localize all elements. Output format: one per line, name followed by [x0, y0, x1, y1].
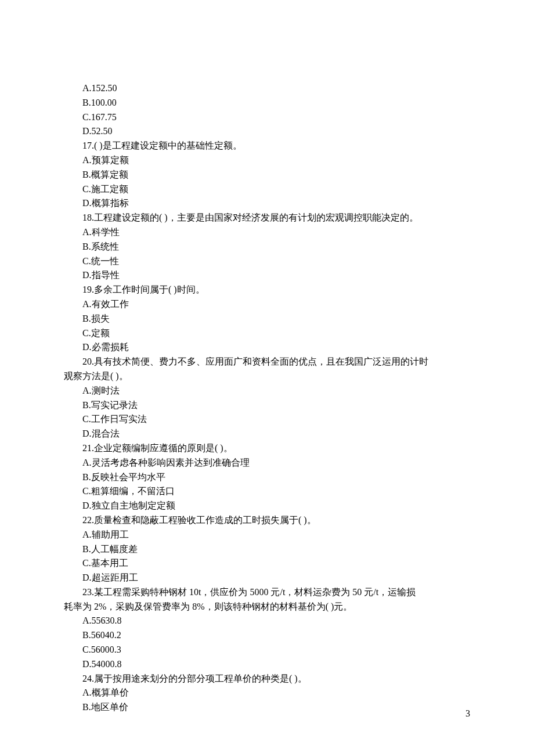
q20-stem-line2: 观察方法是( )。 [64, 369, 470, 384]
q21-option-b: B.反映社会平均水平 [64, 470, 470, 485]
q17-option-b: B.概算定额 [64, 168, 470, 182]
q23-option-d: D.54000.8 [64, 657, 470, 672]
q18-option-a: A.科学性 [64, 225, 470, 240]
q22-option-b: B.人工幅度差 [64, 542, 470, 557]
q24-stem: 24.属于按用途来划分的分部分项工程单价的种类是( )。 [64, 672, 470, 686]
q21-option-d: D.独立自主地制定定额 [64, 499, 470, 513]
q16-option-a: A.152.50 [64, 81, 470, 96]
body-text: A.152.50 B.100.00 C.167.75 D.52.50 17.( … [64, 81, 470, 715]
q22-option-d: D.超运距用工 [64, 571, 470, 585]
q20-stem-line1: 20.具有技术简便、费力不多、应用面广和资料全面的优点，且在我国广泛运用的计时 [64, 355, 470, 369]
q18-option-c: C.统一性 [64, 254, 470, 269]
q20-option-d: D.混合法 [64, 427, 470, 441]
q22-stem: 22.质量检查和隐蔽工程验收工作造成的工时损失属于( )。 [64, 513, 470, 528]
q21-option-a: A.灵活考虑各种影响因素并达到准确合理 [64, 456, 470, 470]
q21-stem: 21.企业定额编制应遵循的原则是( )。 [64, 441, 470, 456]
q17-stem: 17.( )是工程建设定额中的基础性定额。 [64, 139, 470, 153]
q20-option-a: A.测时法 [64, 384, 470, 398]
q17-option-d: D.概算指标 [64, 196, 470, 211]
page-number: 3 [466, 707, 470, 721]
page: A.152.50 B.100.00 C.167.75 D.52.50 17.( … [0, 0, 534, 756]
q23-option-a: A.55630.8 [64, 614, 470, 628]
q19-option-b: B.损失 [64, 312, 470, 326]
q19-option-d: D.必需损耗 [64, 340, 470, 355]
q18-option-b: B.系统性 [64, 240, 470, 254]
q23-option-b: B.56040.2 [64, 628, 470, 643]
q16-option-b: B.100.00 [64, 96, 470, 110]
q20-option-b: B.写实记录法 [64, 398, 470, 413]
q21-option-c: C.粗算细编，不留活口 [64, 484, 470, 499]
q16-option-d: D.52.50 [64, 124, 470, 139]
q22-option-c: C.基本用工 [64, 556, 470, 571]
q22-option-a: A.辅助用工 [64, 528, 470, 542]
q23-option-c: C.56000.3 [64, 643, 470, 657]
q19-option-a: A.有效工作 [64, 297, 470, 312]
q19-stem: 19.多余工作时间属于( )时间。 [64, 283, 470, 297]
q19-option-c: C.定额 [64, 326, 470, 341]
q18-stem: 18.工程建设定额的( )，主要是由国家对经济发展的有计划的宏观调控职能决定的。 [64, 211, 470, 225]
q17-option-a: A.预算定额 [64, 153, 470, 168]
q24-option-a: A.概算单价 [64, 686, 470, 700]
q24-option-b: B.地区单价 [64, 700, 470, 715]
q16-option-c: C.167.75 [64, 110, 470, 125]
q17-option-c: C.施工定额 [64, 182, 470, 197]
q23-stem-line2: 耗率为 2%，采购及保管费率为 8%，则该特种钢材的材料基价为( )元。 [64, 600, 470, 614]
q18-option-d: D.指导性 [64, 268, 470, 283]
q20-option-c: C.工作日写实法 [64, 412, 470, 427]
q23-stem-line1: 23.某工程需采购特种钢材 10t，供应价为 5000 元/t，材料运杂费为 5… [64, 585, 470, 600]
